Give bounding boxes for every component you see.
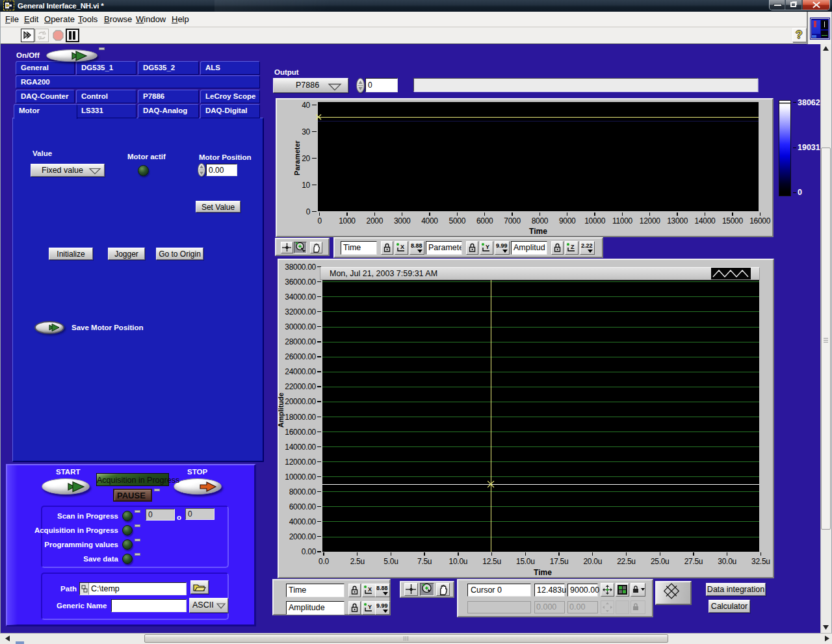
svg-text:X: X [368, 586, 372, 593]
svg-text:Z: Z [571, 244, 575, 250]
svg-text:Y: Y [486, 244, 489, 250]
svg-text:Y: Y [368, 604, 372, 610]
svg-text:X: X [400, 244, 404, 250]
